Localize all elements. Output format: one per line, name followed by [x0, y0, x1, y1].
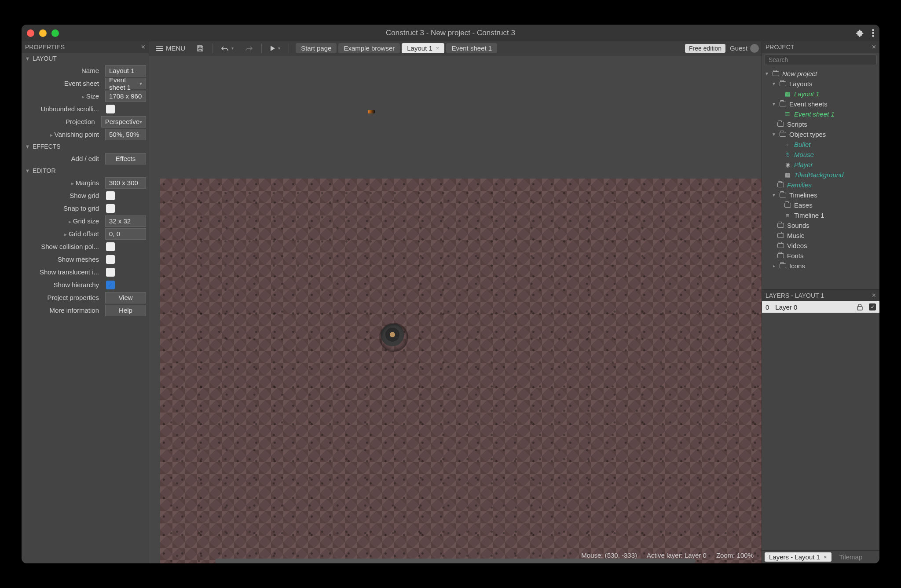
svg-point-0 [872, 29, 874, 31]
window-controls [27, 29, 59, 37]
tree-objecttypes[interactable]: ▼Object types [762, 129, 879, 139]
play-button[interactable]: ▾ [266, 44, 285, 53]
tree-tiledbg[interactable]: ▦TiledBackground [762, 170, 879, 180]
properties-panel: PROPERTIES × ▼LAYOUT NameLayout 1 Event … [22, 41, 149, 563]
tab-layers[interactable]: Layers - Layout 1× [765, 552, 831, 562]
tree-music[interactable]: Music [762, 230, 879, 241]
tree-sounds[interactable]: Sounds [762, 220, 879, 230]
player-object[interactable] [380, 324, 407, 351]
tree-icons[interactable]: ▸Icons [762, 261, 879, 271]
horizontal-scrollbar[interactable] [215, 559, 696, 563]
tree-timeline1[interactable]: ≡Timeline 1 [762, 210, 879, 220]
svg-rect-6 [857, 307, 862, 310]
margins-input[interactable]: 300 x 300 [105, 177, 146, 189]
maximize-window-icon[interactable] [51, 29, 59, 37]
layer-name: Layer 0 [775, 303, 797, 311]
tab-example-browser[interactable]: Example browser [338, 43, 400, 53]
player-icon: ◉ [784, 162, 791, 168]
layers-title: LAYERS - LAYOUT 1 [765, 292, 824, 299]
layout-canvas[interactable]: Mouse: (530, -333) Active layer: Layer 0… [149, 55, 762, 563]
vanishing-input[interactable]: 50%, 50% [105, 129, 146, 140]
close-icon[interactable]: × [872, 43, 876, 51]
visibility-checkbox[interactable]: ✓ [869, 303, 876, 310]
help-button[interactable]: Help [105, 305, 146, 316]
tiledbg-icon: ▦ [784, 172, 791, 178]
section-effects[interactable]: ▼EFFECTS [22, 141, 149, 152]
titlebar: Construct 3 - New project - Construct 3 [22, 25, 879, 41]
undo-button[interactable]: ▾ [216, 44, 238, 53]
project-tree: ▼New project ▼Layouts ▦Layout 1 ▼Event s… [762, 67, 879, 289]
svg-point-2 [872, 35, 874, 37]
tree-layouts[interactable]: ▼Layouts [762, 79, 879, 89]
main-toolbar: MENU ▾ ▾ Start page Example browser Layo… [149, 41, 762, 55]
bullet-object[interactable] [368, 110, 375, 113]
gridoffset-input[interactable]: 0, 0 [105, 228, 146, 240]
snapgrid-checkbox[interactable] [106, 204, 115, 213]
mouse-coords: Mouse: (530, -333) [581, 551, 637, 559]
section-layout[interactable]: ▼LAYOUT [22, 53, 149, 64]
tab-eventsheet1[interactable]: Event sheet 1 [446, 43, 497, 53]
close-icon[interactable]: × [872, 292, 876, 299]
close-window-icon[interactable] [27, 29, 34, 37]
tree-eventsheet1[interactable]: ☰Event sheet 1 [762, 109, 879, 119]
effects-button[interactable]: Effects [105, 153, 146, 164]
window-title: Construct 3 - New project - Construct 3 [386, 29, 515, 37]
tree-layout1[interactable]: ▦Layout 1 [762, 89, 879, 99]
tree-project-root[interactable]: ▼New project [762, 69, 879, 79]
free-edition-badge[interactable]: Free edition [685, 44, 725, 53]
tree-eventsheets[interactable]: ▼Event sheets [762, 99, 879, 109]
close-icon[interactable]: × [141, 43, 145, 51]
more-icon[interactable] [872, 29, 874, 37]
project-header: PROJECT × [762, 41, 879, 53]
layers-tabs: Layers - Layout 1× Tilemap [762, 550, 879, 563]
showtranslucent-checkbox[interactable] [106, 268, 115, 277]
svg-point-1 [872, 32, 874, 34]
tree-player[interactable]: ◉Player [762, 160, 879, 170]
tree-mouse[interactable]: 🖱Mouse [762, 150, 879, 160]
save-button[interactable] [192, 44, 208, 53]
minimize-window-icon[interactable] [39, 29, 47, 37]
lock-icon[interactable] [857, 304, 863, 310]
showhierarchy-checkbox[interactable]: ✓ [106, 281, 115, 289]
menu-button[interactable]: MENU [152, 43, 190, 53]
bullet-icon: ◦ [784, 142, 791, 148]
extension-icon[interactable] [856, 29, 864, 37]
tab-start-page[interactable]: Start page [296, 43, 337, 53]
tab-tilemap[interactable]: Tilemap [835, 552, 867, 562]
section-editor[interactable]: ▼EDITOR [22, 165, 149, 176]
showmeshes-checkbox[interactable] [106, 255, 115, 264]
layer-index: 0 [765, 303, 769, 311]
project-title: PROJECT [765, 44, 794, 51]
layers-body [762, 313, 879, 550]
tree-eases[interactable]: Eases [762, 200, 879, 210]
tiled-background-object[interactable] [160, 179, 762, 563]
active-layer: Active layer: Layer 0 [647, 551, 707, 559]
properties-header: PROPERTIES × [22, 41, 149, 53]
tree-videos[interactable]: Videos [762, 241, 879, 251]
gridsize-input[interactable]: 32 x 32 [105, 215, 146, 227]
tree-timelines[interactable]: ▼Timelines [762, 190, 879, 200]
layer-row-0[interactable]: 0 Layer 0 ✓ [762, 301, 879, 313]
tree-bullet[interactable]: ◦Bullet [762, 139, 879, 150]
view-button[interactable]: View [105, 292, 146, 303]
project-search[interactable]: Search [765, 55, 877, 65]
size-input[interactable]: 1708 x 960 [105, 91, 146, 102]
close-tab-icon[interactable]: × [824, 554, 827, 560]
tree-families[interactable]: Families [762, 180, 879, 190]
avatar-icon [750, 44, 759, 53]
redo-button[interactable] [241, 44, 257, 53]
showgrid-checkbox[interactable] [106, 191, 115, 200]
tree-fonts[interactable]: Fonts [762, 251, 879, 261]
mouse-icon: 🖱 [784, 152, 791, 158]
unbounded-checkbox[interactable] [106, 105, 115, 113]
close-tab-icon[interactable]: × [436, 45, 440, 51]
layers-header: LAYERS - LAYOUT 1 × [762, 290, 879, 301]
tab-layout1[interactable]: Layout 1× [402, 43, 444, 53]
zoom-level: Zoom: 100% [716, 551, 754, 559]
projection-select[interactable]: Perspective [101, 116, 146, 128]
guest-account[interactable]: Guest [730, 44, 759, 53]
eventsheet-select[interactable]: Event sheet 1 [105, 78, 146, 89]
showcollision-checkbox[interactable] [106, 242, 115, 251]
tree-scripts[interactable]: Scripts [762, 119, 879, 129]
name-input[interactable]: Layout 1 [105, 65, 146, 77]
